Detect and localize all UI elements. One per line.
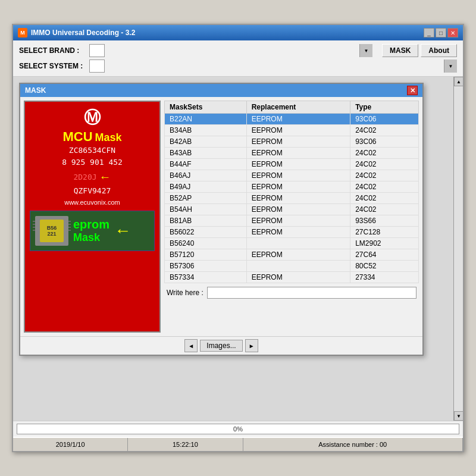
eprom-chip: B56 221 bbox=[40, 220, 64, 242]
table-cell-replacement: EEPROM bbox=[246, 227, 350, 238]
table-cell-replacement bbox=[246, 238, 350, 249]
table-row[interactable]: B22ANEEPROM93C06 bbox=[165, 114, 419, 125]
title-bar: M IMMO Universal Decoding - 3.2 _ □ ✕ bbox=[13, 25, 463, 40]
write-input[interactable] bbox=[207, 287, 416, 299]
table-row[interactable]: B46AJEEPROM24C02 bbox=[165, 170, 419, 181]
table-row[interactable]: B56240LM2902 bbox=[165, 238, 419, 249]
table-cell-replacement: EEPROM bbox=[246, 170, 350, 181]
table-cell-maskset: B56240 bbox=[165, 238, 247, 249]
next-button[interactable]: ► bbox=[245, 339, 258, 352]
table-cell-replacement: EEPROM bbox=[246, 114, 350, 125]
mask-image-panel: Ⓜ MCU Mask ZC86534CFN 8 925 901 452 2D20… bbox=[24, 101, 161, 333]
progress-area: 0% bbox=[13, 421, 463, 437]
eprom-mask: Mask bbox=[73, 231, 109, 244]
table-cell-maskset: B52AP bbox=[165, 193, 247, 204]
mcu-mask-label: Mask bbox=[95, 131, 122, 144]
maximize-button[interactable]: □ bbox=[436, 28, 446, 37]
toolbar: SELECT BRAND : ▼ MASK About SELECT SYSTE… bbox=[13, 40, 463, 77]
mask-table-section: MaskSets Replacement Type B22ANEEPROM93C… bbox=[164, 101, 419, 333]
window-controls: _ □ ✕ bbox=[424, 28, 458, 37]
table-cell-replacement: EEPROM bbox=[246, 159, 350, 170]
eprom-arrow: ← bbox=[114, 221, 131, 240]
red-code: 2D20J bbox=[73, 173, 96, 181]
table-row[interactable]: B42ABEEPROM93C06 bbox=[165, 136, 419, 148]
col-masksets: MaskSets bbox=[165, 101, 247, 114]
prev-button[interactable]: ◄ bbox=[184, 339, 198, 352]
table-row[interactable]: B54AHEEPROM24C02 bbox=[165, 204, 419, 215]
table-cell-maskset: B44AF bbox=[165, 159, 247, 170]
status-assistance: Assistance number : 00 bbox=[243, 438, 464, 451]
mask-image-bg: Ⓜ MCU Mask ZC86534CFN 8 925 901 452 2D20… bbox=[25, 102, 159, 331]
table-cell-type: 24C02 bbox=[350, 204, 419, 215]
mcu-label-row: MCU Mask bbox=[30, 129, 155, 145]
motorola-symbol: Ⓜ bbox=[30, 107, 155, 129]
mask-table: MaskSets Replacement Type B22ANEEPROM93C… bbox=[164, 101, 419, 283]
images-button[interactable]: Images... bbox=[200, 340, 242, 352]
table-cell-type: 93S66 bbox=[350, 215, 419, 227]
table-row[interactable]: B57120EEPROM27C64 bbox=[165, 249, 419, 261]
table-cell-type: 27C64 bbox=[350, 249, 419, 261]
close-button[interactable]: ✕ bbox=[447, 28, 458, 37]
table-row[interactable]: B43ABEEPROM24C02 bbox=[165, 148, 419, 159]
status-date: 2019/1/10 bbox=[13, 438, 128, 451]
table-row[interactable]: B5730680C52 bbox=[165, 261, 419, 272]
mask-button[interactable]: MASK bbox=[382, 44, 418, 57]
system-select[interactable] bbox=[89, 60, 105, 73]
scroll-track bbox=[454, 86, 463, 411]
mask-close-button[interactable]: ✕ bbox=[407, 86, 418, 95]
about-button[interactable]: About bbox=[421, 44, 457, 57]
table-cell-replacement: EEPROM bbox=[246, 193, 350, 204]
image-nav: ◄ Images... ► bbox=[20, 336, 422, 355]
col-type: Type bbox=[350, 101, 419, 114]
table-cell-type: 27C128 bbox=[350, 227, 419, 238]
main-scrollbar[interactable]: ▲ ▼ bbox=[453, 77, 463, 421]
table-row[interactable]: B34ABEEPROM24C02 bbox=[165, 125, 419, 136]
progress-bar: 0% bbox=[17, 424, 459, 434]
table-cell-replacement: EEPROM bbox=[246, 204, 350, 215]
table-row[interactable]: B44AFEEPROM24C02 bbox=[165, 159, 419, 170]
table-cell-replacement: EEPROM bbox=[246, 148, 350, 159]
table-cell-type: 24C02 bbox=[350, 170, 419, 181]
scroll-down-button[interactable]: ▼ bbox=[454, 411, 463, 421]
right-arrow: ← bbox=[99, 170, 111, 184]
table-cell-type: LM2902 bbox=[350, 238, 419, 249]
table-cell-maskset: B22AN bbox=[165, 114, 247, 125]
scroll-up-button[interactable]: ▲ bbox=[454, 77, 463, 86]
table-cell-maskset: B46AJ bbox=[165, 170, 247, 181]
table-row[interactable]: B49AJEEPROM24C02 bbox=[165, 181, 419, 193]
toolbar-buttons: MASK About bbox=[382, 44, 457, 57]
table-cell-maskset: B57120 bbox=[165, 249, 247, 261]
eprom-chip-bg: B56 221 bbox=[35, 216, 68, 246]
table-cell-replacement: EEPROM bbox=[246, 136, 350, 148]
system-select-wrapper: ▼ bbox=[89, 60, 457, 73]
brand-row: SELECT BRAND : ▼ MASK About bbox=[19, 44, 457, 57]
table-cell-maskset: B49AJ bbox=[165, 181, 247, 193]
minimize-button[interactable]: _ bbox=[424, 28, 434, 37]
table-row[interactable]: B57334EEPROM27334 bbox=[165, 272, 419, 283]
eprom-label: eprom bbox=[73, 218, 109, 231]
main-area: MASK ✕ Ⓜ MCU Mask ZC86534CFN bbox=[13, 77, 463, 421]
title-bar-left: M IMMO Universal Decoding - 3.2 bbox=[18, 28, 135, 37]
table-cell-type: 24C02 bbox=[350, 159, 419, 170]
table-cell-type: 24C02 bbox=[350, 181, 419, 193]
chip-label2: 221 bbox=[47, 231, 56, 237]
chip-label1: B56 bbox=[47, 225, 57, 231]
code-line: QZFV9427 bbox=[30, 186, 155, 195]
table-row[interactable]: B52APEEPROM24C02 bbox=[165, 193, 419, 204]
chip-code1: ZC86534CFN bbox=[30, 145, 155, 156]
status-time: 15:22:10 bbox=[128, 438, 243, 451]
mcu-label: MCU bbox=[62, 129, 92, 145]
mcu-section: Ⓜ MCU Mask ZC86534CFN 8 925 901 452 2D20… bbox=[30, 107, 155, 206]
window-title: IMMO Universal Decoding - 3.2 bbox=[31, 29, 135, 37]
table-cell-maskset: B34AB bbox=[165, 125, 247, 136]
table-cell-replacement: EEPROM bbox=[246, 249, 350, 261]
eprom-labels: eprom Mask bbox=[73, 218, 109, 244]
write-here-row: Write here : bbox=[164, 283, 419, 302]
table-row[interactable]: B56022EEPROM27C128 bbox=[165, 227, 419, 238]
table-cell-maskset: B57334 bbox=[165, 272, 247, 283]
brand-select[interactable] bbox=[89, 44, 105, 57]
table-cell-type: 93C06 bbox=[350, 114, 419, 125]
table-scroll-wrapper[interactable]: MaskSets Replacement Type B22ANEEPROM93C… bbox=[164, 101, 419, 283]
table-row[interactable]: B81ABEEPROM93S66 bbox=[165, 215, 419, 227]
arrow-row: 2D20J ← bbox=[30, 170, 155, 184]
